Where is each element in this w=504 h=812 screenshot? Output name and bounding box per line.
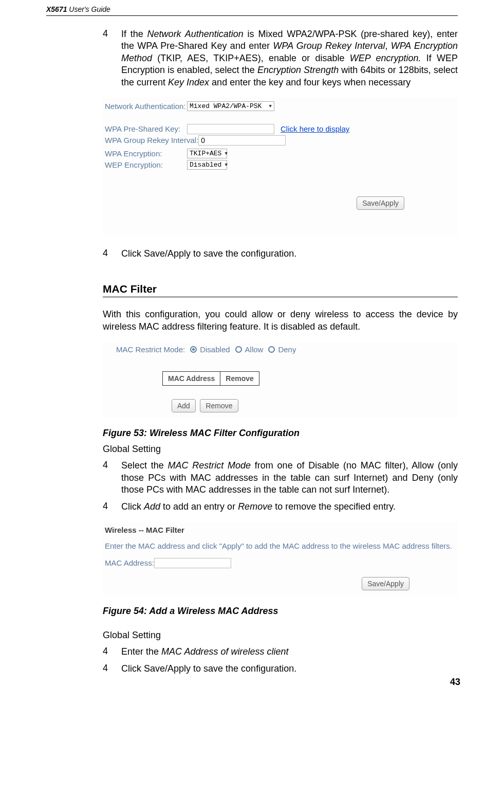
form-description: Enter the MAC address and click "Apply" … bbox=[105, 542, 456, 550]
save-apply-button[interactable]: Save/Apply bbox=[357, 196, 404, 210]
mac-intro-text: With this configuration, you could allow… bbox=[103, 309, 458, 333]
form-title-wireless-mac: Wireless -- MAC Filter bbox=[105, 526, 456, 534]
step-4-auth: 4 If the Network Authentication is Mixed… bbox=[103, 28, 458, 88]
select-network-auth[interactable]: Mixed WPA2/WPA-PSK ▼ bbox=[187, 101, 274, 111]
radio-disabled[interactable] bbox=[190, 346, 197, 353]
radio-allow[interactable] bbox=[235, 346, 242, 353]
step-number: 4 bbox=[103, 501, 110, 513]
table-header-remove: Remove bbox=[220, 372, 259, 386]
step-4-enter-mac: 4 Enter the MAC Address of wireless clie… bbox=[103, 646, 458, 658]
step-number: 4 bbox=[103, 28, 110, 88]
text-italic: Remove bbox=[238, 501, 272, 512]
radio-label-allow: Allow bbox=[245, 345, 264, 354]
step-number: 4 bbox=[103, 646, 110, 658]
input-rekey[interactable]: 0 bbox=[198, 135, 286, 146]
figure-54-caption: Figure 54: Add a Wireless MAC Address bbox=[103, 606, 458, 617]
text-italic: Key Index bbox=[168, 77, 209, 87]
input-psk[interactable] bbox=[187, 124, 274, 134]
step-4-select-mode: 4 Select the MAC Restrict Mode from one … bbox=[103, 460, 458, 496]
radio-deny[interactable] bbox=[268, 346, 275, 353]
label-wep-encryption: WEP Encryption: bbox=[105, 160, 187, 169]
label-wpa-encryption: WPA Encryption: bbox=[105, 149, 187, 158]
step-text: Click Save/Apply to save the configurati… bbox=[121, 248, 458, 260]
select-wep-encryption[interactable]: Disabled ▼ bbox=[187, 160, 227, 170]
product-name-bold: X5671 bbox=[46, 5, 67, 13]
input-value: 0 bbox=[201, 136, 205, 145]
chevron-down-icon: ▼ bbox=[269, 104, 272, 109]
section-title-mac-filter: MAC Filter bbox=[103, 283, 458, 297]
radio-label-disabled: Disabled bbox=[200, 345, 230, 354]
step-text: Select the MAC Restrict Mode from one of… bbox=[121, 460, 458, 496]
step-4-save: 4 Click Save/Apply to save the configura… bbox=[103, 248, 458, 260]
text-part: to add an entry or bbox=[160, 501, 238, 512]
chevron-down-icon: ▼ bbox=[225, 151, 227, 156]
step-text: If the Network Authentication is Mixed W… bbox=[121, 28, 458, 88]
step-text: Click Add to add an entry or Remove to r… bbox=[121, 501, 458, 513]
text-italic: Encryption Strength bbox=[257, 65, 339, 75]
label-network-auth: Network Authentication: bbox=[105, 102, 187, 111]
figure-53-caption: Figure 53: Wireless MAC Filter Configura… bbox=[103, 428, 458, 439]
step-4-save-2: 4 Click Save/Apply to save the configura… bbox=[103, 663, 458, 675]
page-number: 43 bbox=[450, 677, 460, 688]
text-part: If the bbox=[121, 29, 147, 39]
label-psk: WPA Pre-Shared Key: bbox=[105, 124, 187, 133]
form-mac-restrict: MAC Restrict Mode: Disabled Allow Deny M… bbox=[103, 342, 458, 418]
form-wpa-settings: Network Authentication: Mixed WPA2/WPA-P… bbox=[103, 98, 458, 236]
input-mac-address[interactable] bbox=[154, 558, 231, 568]
text-italic: Add bbox=[144, 501, 160, 512]
step-text: Enter the MAC Address of wireless client bbox=[121, 646, 458, 658]
label-mac-restrict: MAC Restrict Mode: bbox=[116, 345, 185, 354]
save-apply-button[interactable]: Save/Apply bbox=[362, 577, 409, 590]
text-part: to remove the specified entry. bbox=[272, 501, 396, 512]
step-text: Click Save/Apply to save the configurati… bbox=[121, 663, 458, 675]
header: X5671 User's Guide bbox=[46, 5, 458, 16]
select-wpa-encryption[interactable]: TKIP+AES ▼ bbox=[187, 149, 227, 158]
step-number: 4 bbox=[103, 460, 110, 496]
text-italic: WPA Group Rekey Interval bbox=[273, 41, 385, 51]
add-button[interactable]: Add bbox=[172, 399, 196, 412]
text-italic: MAC Address of wireless client bbox=[161, 646, 288, 657]
select-value: Mixed WPA2/WPA-PSK bbox=[190, 102, 262, 110]
text-part: Click bbox=[121, 501, 144, 512]
text-part: Enter the bbox=[121, 646, 161, 657]
text-part: , bbox=[385, 41, 390, 51]
global-setting-heading-2: Global Setting bbox=[103, 630, 458, 641]
global-setting-heading: Global Setting bbox=[103, 444, 458, 455]
remove-button[interactable]: Remove bbox=[200, 399, 238, 412]
text-part: and enter the key and four keys when nec… bbox=[209, 77, 410, 87]
label-mac-address: MAC Address: bbox=[105, 558, 154, 568]
product-name-rest: User's Guide bbox=[67, 5, 110, 13]
text-italic: MAC Restrict Mode bbox=[168, 460, 251, 471]
table-header-mac: MAC Address bbox=[163, 372, 220, 386]
select-value: Disabled bbox=[190, 161, 221, 169]
step-4-add-remove: 4 Click Add to add an entry or Remove to… bbox=[103, 501, 458, 513]
link-display-key[interactable]: Click here to display bbox=[281, 124, 349, 133]
text-italic: WEP encryption. bbox=[350, 53, 421, 63]
text-italic: Network Authentication bbox=[147, 29, 244, 39]
mac-address-table: MAC Address Remove bbox=[162, 371, 259, 386]
step-number: 4 bbox=[103, 663, 110, 675]
text-part: Select the bbox=[121, 460, 168, 471]
header-title: X5671 User's Guide bbox=[46, 5, 110, 13]
select-value: TKIP+AES bbox=[190, 150, 221, 157]
step-number: 4 bbox=[103, 248, 110, 260]
text-part: (TKIP, AES, TKIP+AES), enable or disable bbox=[152, 53, 350, 63]
label-rekey: WPA Group Rekey Interval: bbox=[105, 136, 198, 145]
chevron-down-icon: ▼ bbox=[225, 163, 227, 168]
form-add-mac: Wireless -- MAC Filter Enter the MAC add… bbox=[103, 522, 458, 596]
radio-label-deny: Deny bbox=[278, 345, 296, 354]
